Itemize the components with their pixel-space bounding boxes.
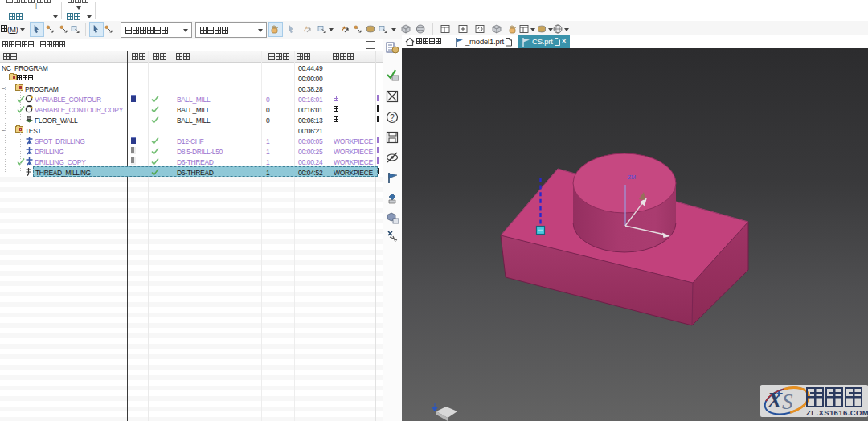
svg-text:ZM: ZM	[628, 174, 636, 180]
svg-text:?: ?	[390, 113, 395, 122]
svg-text:X: X	[767, 388, 783, 412]
svg-text:S: S	[782, 390, 793, 414]
